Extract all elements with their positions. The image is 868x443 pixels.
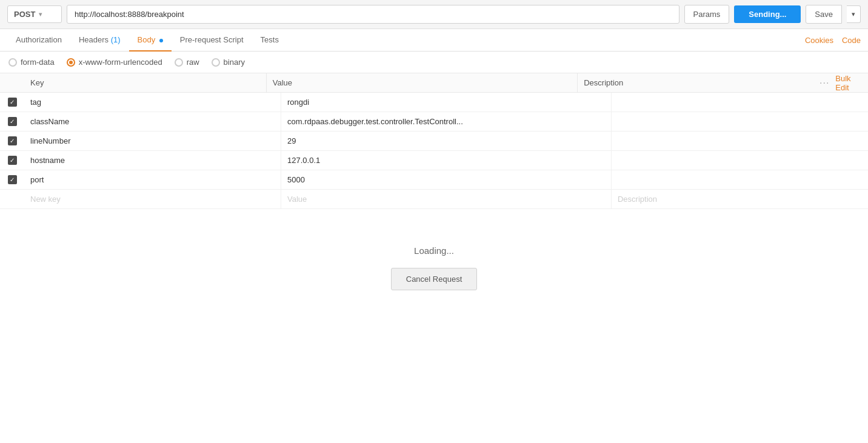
row-checkbox-tag[interactable] (0, 93, 24, 112)
header-description: Description (578, 73, 820, 92)
header-value: Value (267, 73, 578, 92)
row-checkbox-port[interactable] (0, 170, 24, 189)
table-row: tag rongdi (0, 93, 868, 112)
table-row: lineNumber 29 (0, 132, 868, 151)
method-chevron-icon: ▾ (39, 11, 42, 18)
checkbox-tag[interactable] (8, 98, 17, 107)
body-type-bar: form-data x-www-form-urlencoded raw bina… (0, 52, 868, 73)
new-key-input[interactable]: New key (24, 190, 281, 208)
send-button[interactable]: Sending... (734, 5, 801, 23)
row-value-className[interactable]: com.rdpaas.debugger.test.controller.Test… (281, 112, 612, 131)
code-link[interactable]: Code (842, 36, 861, 45)
table-header: Key Value Description ··· Bulk Edit (0, 73, 868, 93)
table-row: className com.rdpaas.debugger.test.contr… (0, 112, 868, 132)
tab-bar: Authorization Headers (1) Body Pre-reque… (0, 29, 868, 52)
raw-option[interactable]: raw (175, 58, 199, 67)
row-desc-className[interactable] (612, 117, 868, 127)
row-value-tag[interactable]: rongdi (281, 93, 612, 112)
tab-body[interactable]: Body (129, 29, 172, 52)
checkbox-hostname[interactable] (8, 156, 17, 165)
row-desc-port[interactable] (612, 175, 868, 185)
table-row: hostname 127.0.0.1 (0, 151, 868, 170)
row-desc-lineNumber[interactable] (612, 136, 868, 146)
headers-badge: (1) (111, 35, 121, 44)
x-www-form-urlencoded-label: x-www-form-urlencoded (79, 58, 162, 67)
row-value-lineNumber[interactable]: 29 (281, 132, 612, 150)
tab-tests[interactable]: Tests (252, 29, 287, 52)
new-row-check-col (0, 195, 24, 204)
row-key-tag[interactable]: tag (24, 93, 281, 112)
tab-authorization[interactable]: Authorization (7, 29, 70, 52)
new-desc-input[interactable]: Description (612, 190, 868, 208)
raw-radio[interactable] (175, 58, 183, 67)
binary-radio[interactable] (212, 58, 220, 67)
new-key-row: New key Value Description (0, 190, 868, 209)
tab-bar-right: Cookies Code (805, 36, 861, 45)
row-value-hostname[interactable]: 127.0.0.1 (281, 151, 612, 170)
cookies-link[interactable]: Cookies (805, 36, 833, 45)
header-actions: ··· Bulk Edit (820, 74, 868, 92)
binary-label: binary (224, 58, 245, 67)
form-data-option[interactable]: form-data (8, 58, 55, 67)
loading-text: Loading... (414, 245, 454, 256)
row-desc-tag[interactable] (612, 98, 868, 107)
table-body: tag rongdi className com.rdpaas.debugger… (0, 93, 868, 209)
params-button[interactable]: Params (684, 5, 730, 24)
table-row: port 5000 (0, 170, 868, 190)
header-check-col (0, 78, 24, 88)
cancel-request-button[interactable]: Cancel Request (391, 268, 478, 290)
url-input[interactable] (67, 5, 679, 24)
form-data-radio[interactable] (8, 58, 17, 67)
tab-pre-request-script[interactable]: Pre-request Script (172, 29, 252, 52)
row-key-lineNumber[interactable]: lineNumber (24, 132, 281, 150)
method-label: POST (14, 10, 35, 19)
row-key-className[interactable]: className (24, 112, 281, 131)
row-checkbox-className[interactable] (0, 112, 24, 131)
tab-bar-left: Authorization Headers (1) Body Pre-reque… (7, 29, 805, 51)
checkbox-lineNumber[interactable] (8, 136, 17, 145)
checkbox-className[interactable] (8, 117, 17, 126)
checkbox-port[interactable] (8, 175, 17, 184)
save-dropdown-button[interactable]: ▾ (847, 5, 861, 23)
row-checkbox-hostname[interactable] (0, 151, 24, 170)
raw-label: raw (187, 58, 199, 67)
row-value-port[interactable]: 5000 (281, 170, 612, 189)
row-key-hostname[interactable]: hostname (24, 151, 281, 170)
header-key: Key (24, 73, 267, 92)
loading-area: Loading... Cancel Request (0, 209, 868, 327)
x-www-form-urlencoded-radio[interactable] (67, 58, 75, 67)
row-desc-hostname[interactable] (612, 156, 868, 165)
body-active-dot (159, 39, 163, 42)
save-button[interactable]: Save (806, 5, 842, 24)
top-bar: POST ▾ Params Sending... Save ▾ (0, 0, 868, 29)
binary-option[interactable]: binary (212, 58, 245, 67)
tab-headers[interactable]: Headers (1) (70, 29, 129, 52)
row-checkbox-lineNumber[interactable] (0, 132, 24, 150)
bulk-edit-button[interactable]: Bulk Edit (835, 74, 861, 92)
row-key-port[interactable]: port (24, 170, 281, 189)
form-data-label: form-data (21, 58, 55, 67)
method-selector[interactable]: POST ▾ (7, 5, 62, 23)
more-options-icon[interactable]: ··· (820, 78, 829, 88)
x-www-form-urlencoded-option[interactable]: x-www-form-urlencoded (67, 58, 162, 67)
new-value-input[interactable]: Value (281, 190, 612, 208)
